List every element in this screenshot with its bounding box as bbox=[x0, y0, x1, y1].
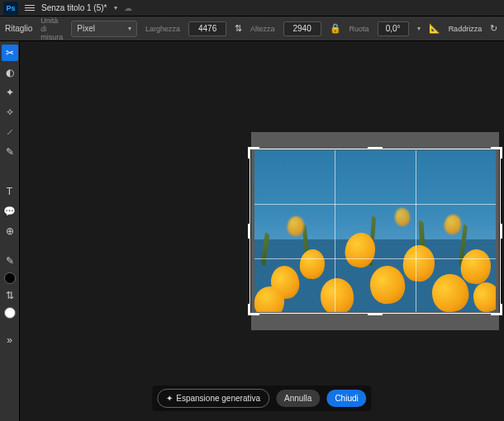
lock-aspect-icon[interactable]: 🔒 bbox=[330, 23, 341, 34]
magic-wand-tool[interactable]: ✧ bbox=[2, 104, 18, 121]
width-input[interactable] bbox=[188, 21, 226, 36]
spot-heal-tool[interactable]: ✦ bbox=[2, 84, 18, 101]
hamburger-menu-icon[interactable] bbox=[25, 5, 35, 11]
height-input[interactable] bbox=[283, 21, 321, 36]
options-bar: Ritaglio Unità di misura Pixel ▾ Larghez… bbox=[0, 17, 504, 41]
width-label: Larghezza bbox=[145, 25, 180, 33]
crop-grid-line bbox=[254, 258, 496, 259]
contextual-task-bar: ✦ Espansione generativa Annulla Chiudi bbox=[152, 386, 371, 411]
units-value: Pixel bbox=[77, 24, 95, 33]
sparkle-icon: ✦ bbox=[166, 394, 173, 403]
chevron-down-icon[interactable]: ▾ bbox=[114, 4, 117, 12]
rotate-input[interactable] bbox=[378, 21, 409, 36]
close-button[interactable]: Chiudi bbox=[326, 390, 366, 407]
expand-tools-icon[interactable]: » bbox=[2, 332, 18, 348]
foreground-color-swatch[interactable] bbox=[4, 272, 16, 284]
cloud-sync-icon[interactable]: ☁ bbox=[124, 3, 132, 12]
cancel-button[interactable]: Annulla bbox=[276, 390, 320, 407]
document-title[interactable]: Senza titolo 1 (5)* bbox=[41, 3, 107, 12]
rotate-label: Ruota bbox=[349, 25, 369, 33]
swap-dimensions-icon[interactable]: ⇅ bbox=[235, 23, 242, 34]
crop-handle-top[interactable] bbox=[368, 147, 383, 149]
crop-grid-line bbox=[335, 150, 335, 312]
rotate-arrow-icon[interactable]: ↻ bbox=[490, 23, 497, 34]
quick-actions-tool[interactable]: ⟋ bbox=[2, 124, 18, 140]
brush-tool[interactable]: ✎ bbox=[2, 144, 18, 160]
background-color-swatch[interactable] bbox=[4, 307, 16, 319]
straighten-button[interactable]: Raddrizza bbox=[449, 25, 483, 33]
crop-region[interactable] bbox=[250, 149, 501, 314]
shape-tool[interactable] bbox=[2, 163, 18, 180]
straighten-icon[interactable]: 📐 bbox=[429, 23, 440, 34]
adjust-tool[interactable]: ◐ bbox=[2, 64, 18, 81]
height-label: Altezza bbox=[250, 25, 275, 33]
crop-handle-right[interactable] bbox=[500, 224, 502, 239]
clone-tool[interactable]: ⊕ bbox=[2, 223, 18, 239]
units-select[interactable]: Pixel ▾ bbox=[71, 21, 137, 37]
crop-tool[interactable]: ✂ bbox=[2, 45, 18, 61]
chevron-down-icon[interactable]: ▾ bbox=[417, 25, 421, 32]
crop-handle-left[interactable] bbox=[248, 224, 250, 239]
sliders-tool[interactable]: ⇅ bbox=[2, 287, 18, 304]
canvas-area[interactable]: ✦ Espansione generativa Annulla Chiudi bbox=[20, 41, 504, 421]
chevron-down-icon: ▾ bbox=[128, 25, 131, 32]
units-label: Unità di misura bbox=[40, 17, 63, 41]
comment-tool[interactable]: 💬 bbox=[2, 203, 18, 220]
eyedropper-tool[interactable]: ✎ bbox=[2, 253, 18, 269]
tool-name-label: Ritaglio bbox=[5, 24, 32, 33]
generative-expand-label: Espansione generativa bbox=[176, 394, 260, 403]
crop-grid-line bbox=[416, 150, 416, 312]
ps-logo: Ps bbox=[3, 2, 18, 15]
top-menu-bar: Ps Senza titolo 1 (5)* ▾ ☁ bbox=[0, 0, 504, 17]
generative-expand-button[interactable]: ✦ Espansione generativa bbox=[157, 389, 269, 408]
image-content bbox=[254, 150, 496, 312]
crop-handle-bottom[interactable] bbox=[368, 313, 383, 315]
tools-panel: ✂ ◐ ✦ ✧ ⟋ ✎ T 💬 ⊕ ✎ ⇅ » bbox=[0, 41, 20, 421]
crop-handle-top-left[interactable] bbox=[248, 147, 256, 155]
crop-grid-line bbox=[254, 204, 496, 205]
text-tool[interactable]: T bbox=[2, 183, 18, 200]
